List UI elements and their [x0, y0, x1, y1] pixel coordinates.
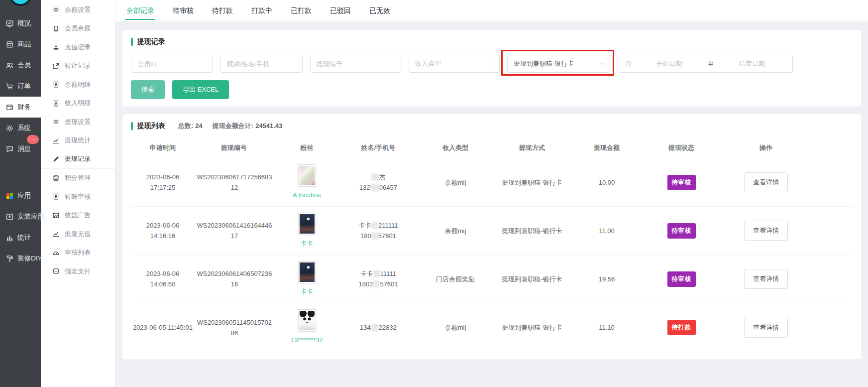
- member-id-input[interactable]: [131, 55, 213, 73]
- column-header-5: 提现方式: [495, 143, 569, 152]
- fan-nickname[interactable]: 13*******32: [291, 335, 323, 345]
- view-detail-button[interactable]: 查看详情: [744, 221, 788, 241]
- tab-0[interactable]: 全部记录: [126, 0, 154, 21]
- nickname-input[interactable]: [220, 55, 303, 73]
- column-header-8: 操作: [719, 143, 813, 152]
- fan-cell: 卡卡: [275, 213, 338, 249]
- status-badge: 待审核: [667, 175, 696, 190]
- rail-item-3[interactable]: 订单: [0, 76, 41, 97]
- rail-item-2[interactable]: 会员: [0, 55, 41, 76]
- date-separator-text: 至: [705, 59, 717, 68]
- submenu-item-label: 余额设置: [65, 5, 91, 14]
- message-badge: ...: [27, 135, 39, 144]
- masked-text: 杰: [379, 173, 386, 181]
- submenu-item-14[interactable]: 指定支付: [41, 262, 115, 281]
- column-header-3: 姓名/手机号: [340, 143, 416, 152]
- roller-icon: [5, 255, 14, 263]
- tab-6[interactable]: 已无效: [369, 0, 390, 21]
- withdraw-method-select[interactable]: 提现到兼职猫-银行卡: [507, 55, 610, 73]
- submenu-item-0[interactable]: 余额设置: [41, 0, 115, 19]
- rail-item-label: 消息: [17, 144, 31, 153]
- stats-icon: [5, 234, 14, 242]
- avatar: [299, 213, 316, 235]
- withdraw-amount: 10.00: [569, 174, 644, 191]
- withdraw-no-input[interactable]: [310, 55, 401, 73]
- fan-nickname[interactable]: 卡卡: [301, 286, 314, 297]
- income-type-select[interactable]: 收入类型: [409, 55, 500, 73]
- submenu-item-label: 转让记录: [65, 61, 91, 70]
- withdraw-search-card: 提现记录 收入类型 提现到兼职猫-银行卡: [122, 30, 861, 107]
- wallet-icon: [5, 103, 14, 112]
- income-type: 门店余额奖励: [416, 271, 495, 287]
- submenu-item-5[interactable]: 收入明细: [41, 94, 115, 113]
- submenu-item-label: 审核列表: [65, 248, 91, 257]
- apply-time: 2023-06-06 14:06:50: [131, 265, 195, 292]
- masked-text: 132: [359, 184, 370, 191]
- view-detail-button[interactable]: 查看详情: [744, 318, 788, 338]
- submenu-item-6[interactable]: 提现设置: [41, 113, 115, 131]
- withdraw-amount: 19.56: [569, 271, 644, 287]
- masked-text: 211111: [378, 222, 398, 229]
- rail-item-0[interactable]: 概况: [0, 13, 41, 34]
- submenu-item-label: 充值记录: [65, 43, 91, 52]
- fan-nickname[interactable]: A Incubus: [293, 190, 321, 200]
- tab-4[interactable]: 已打款: [291, 0, 312, 21]
- tab-2[interactable]: 待打款: [212, 0, 233, 21]
- status-badge: 待审核: [667, 271, 696, 287]
- masked-text: 134: [360, 324, 371, 331]
- table-row: 2023-06-05 11:45:01 WS202306051145015702…: [131, 303, 853, 352]
- submenu-item-8[interactable]: 提现记录: [41, 150, 115, 169]
- total-amount: 提现金额合计:24541.43: [213, 122, 283, 130]
- submenu-item-12[interactable]: 批量充值: [41, 225, 115, 244]
- rail-item-label: 商品: [17, 40, 31, 49]
- rail-item-9[interactable]: 统计: [0, 227, 41, 248]
- rail-item-7[interactable]: 应用: [0, 185, 41, 206]
- submenu-item-11[interactable]: 收益广告: [41, 206, 115, 225]
- rail-item-label: 概况: [17, 19, 31, 28]
- view-detail-button[interactable]: 查看详情: [744, 172, 788, 192]
- submenu-item-9[interactable]: 积分管理: [41, 169, 115, 188]
- income-type: 余额mij: [416, 174, 495, 191]
- privacy-blur: [370, 184, 379, 191]
- end-date-input[interactable]: 结束日期: [717, 59, 788, 68]
- primary-nav-list: 概况商品会员订单财务系统消息...应用安装应用统计装修DIY: [0, 13, 41, 269]
- chart-icon: [52, 230, 60, 238]
- table-body: 2023-06-06 17:17:25 WS202306061717256683…: [131, 158, 853, 352]
- export-excel-button[interactable]: 导出 EXCEL: [172, 80, 229, 99]
- customer-name: 杰: [342, 172, 414, 182]
- column-header-7: 提现状态: [644, 143, 719, 152]
- table-header-row: 申请时间提现编号粉丝姓名/手机号收入类型提现方式提现金额提现状态操作: [131, 137, 853, 158]
- status-badge: 待审核: [667, 223, 696, 239]
- submenu-item-13[interactable]: 审核列表: [41, 244, 115, 262]
- rail-item-8[interactable]: 安装应用: [0, 206, 41, 227]
- tab-3[interactable]: 打款中: [251, 0, 272, 21]
- name-phone-cell: 卡卡21111118057601: [340, 217, 416, 244]
- customer-name: 卡卡211111: [342, 220, 414, 231]
- column-header-2: 粉丝: [273, 143, 340, 152]
- search-button[interactable]: 搜索: [131, 80, 165, 99]
- submenu-item-2[interactable]: 充值记录: [41, 38, 115, 57]
- start-date-input[interactable]: 开始日期: [634, 59, 705, 68]
- rail-item-6[interactable]: 消息...: [0, 138, 41, 159]
- rail-item-10[interactable]: 装修DIY: [0, 248, 41, 269]
- withdraw-no: WS20230606171725668312: [197, 172, 272, 193]
- withdraw-method: 提现到兼职猫-银行卡: [495, 319, 569, 336]
- submenu-item-4[interactable]: 余额明细: [41, 75, 115, 94]
- submenu-item-1[interactable]: 会员余额: [41, 19, 115, 38]
- masked-text: 11111: [380, 270, 396, 277]
- minus-icon: [52, 267, 60, 275]
- view-detail-button[interactable]: 查看详情: [744, 269, 788, 289]
- submenu-item-10[interactable]: 转账审核: [41, 187, 115, 206]
- submenu-item-7[interactable]: 提现统计: [41, 131, 115, 150]
- fan-nickname[interactable]: 卡卡: [301, 238, 314, 249]
- rail-item-1[interactable]: 商品: [0, 34, 41, 55]
- submenu-item-3[interactable]: 转让记录: [41, 57, 115, 76]
- tab-1[interactable]: 待审核: [173, 0, 194, 21]
- rail-item-4[interactable]: 财务: [0, 97, 41, 118]
- submenu-item-label: 积分管理: [65, 173, 91, 182]
- name-phone-cell: 杰13206457: [340, 169, 416, 196]
- withdraw-table: 申请时间提现编号粉丝姓名/手机号收入类型提现方式提现金额提现状态操作 2023-…: [131, 137, 853, 352]
- tab-5[interactable]: 已驳回: [330, 0, 351, 21]
- privacy-blur: [371, 222, 378, 229]
- date-range-picker[interactable]: 开始日期 至 结束日期: [618, 55, 793, 73]
